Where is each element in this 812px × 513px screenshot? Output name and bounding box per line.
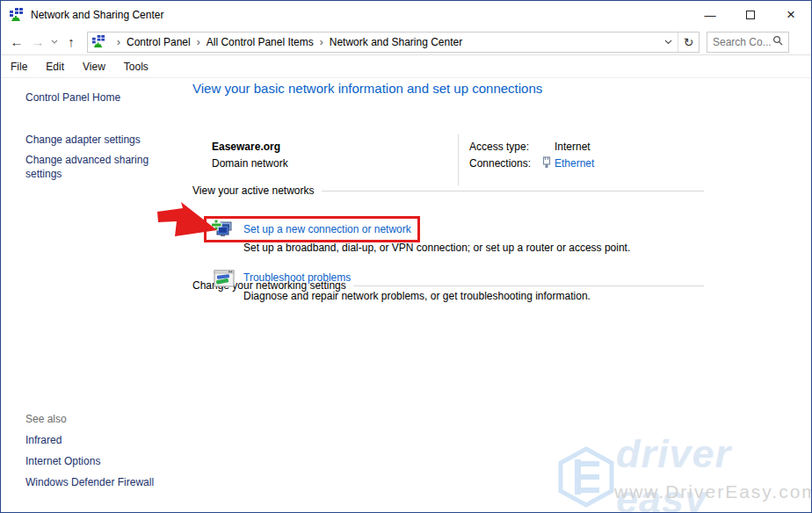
see-also-heading: See also <box>25 413 154 425</box>
menu-edit[interactable]: Edit <box>46 61 64 73</box>
sidebar-item-change-adapter-settings[interactable]: Change adapter settings <box>25 133 166 147</box>
access-type-value: Internet <box>555 141 591 153</box>
network-icon <box>10 8 24 22</box>
breadcrumb-separator: › <box>117 36 120 48</box>
network-icon-small <box>92 35 105 48</box>
sidebar-item-change-advanced-sharing[interactable]: Change advanced sharing settings <box>25 153 166 181</box>
network-name: Easeware.org <box>212 141 280 153</box>
troubleshoot-link[interactable]: Troubleshoot problems <box>243 271 351 284</box>
divider <box>458 134 459 185</box>
navigation-toolbar: ← → ↑ › Control Panel › All Co <box>1 29 811 55</box>
close-button[interactable]: × <box>771 1 811 29</box>
search-icon[interactable] <box>772 35 783 48</box>
breadcrumb-network-sharing[interactable]: Network and Sharing Center <box>330 36 462 48</box>
setup-connection-description: Set up a broadband, dial-up, or VPN conn… <box>243 242 630 254</box>
sidebar: Control Panel Home Change adapter settin… <box>1 78 192 512</box>
network-sharing-center-window: Network and Sharing Center — × ← → ↑ <box>0 0 812 513</box>
page-title: View your basic network information and … <box>192 81 542 96</box>
active-networks-section-header: View your active networks <box>192 184 704 197</box>
network-type: Domain network <box>212 157 288 170</box>
window-title: Network and Sharing Center <box>31 9 163 21</box>
forward-button[interactable]: → <box>27 34 48 49</box>
breadcrumb-control-panel[interactable]: Control Panel <box>127 36 191 48</box>
maximize-icon <box>746 11 755 19</box>
search-input[interactable]: Search Co... <box>707 32 789 53</box>
sidebar-item-windows-defender-firewall[interactable]: Windows Defender Firewall <box>25 476 154 488</box>
divider <box>322 191 704 191</box>
troubleshoot-description: Diagnose and repair network problems, or… <box>243 290 591 302</box>
menu-bar: File Edit View Tools <box>1 55 811 78</box>
up-button[interactable]: ↑ <box>61 34 82 49</box>
ethernet-link[interactable]: Ethernet <box>555 157 594 170</box>
divider <box>353 285 704 286</box>
main-content: View your basic network information and … <box>192 78 811 512</box>
recent-pages-chevron-icon[interactable] <box>48 40 61 44</box>
menu-tools[interactable]: Tools <box>124 61 149 73</box>
ethernet-icon <box>542 156 551 171</box>
breadcrumb-all-items[interactable]: All Control Panel Items <box>207 36 314 48</box>
access-type-label: Access type: <box>469 141 529 153</box>
address-bar[interactable]: › Control Panel › All Control Panel Item… <box>87 32 700 53</box>
search-placeholder: Search Co... <box>713 36 772 48</box>
minimize-button[interactable]: — <box>690 1 730 29</box>
refresh-button[interactable]: ↻ <box>678 33 699 52</box>
highlight-red-box <box>204 216 420 242</box>
address-dropdown-chevron-icon[interactable] <box>658 33 678 52</box>
titlebar: Network and Sharing Center — × <box>1 1 811 29</box>
active-networks-label: View your active networks <box>192 184 315 197</box>
troubleshoot-icon <box>214 270 235 290</box>
breadcrumb-separator: › <box>197 36 200 48</box>
highlight-red-arrow <box>157 201 221 244</box>
breadcrumb-separator: › <box>320 36 323 48</box>
sidebar-item-internet-options[interactable]: Internet Options <box>25 455 154 467</box>
sidebar-item-control-panel-home[interactable]: Control Panel Home <box>25 91 192 104</box>
menu-file[interactable]: File <box>11 61 27 73</box>
connections-label: Connections: <box>469 157 531 170</box>
menu-view[interactable]: View <box>83 61 105 73</box>
maximize-button[interactable] <box>730 1 771 29</box>
sidebar-item-infrared[interactable]: Infrared <box>25 434 154 446</box>
back-button[interactable]: ← <box>6 34 27 49</box>
